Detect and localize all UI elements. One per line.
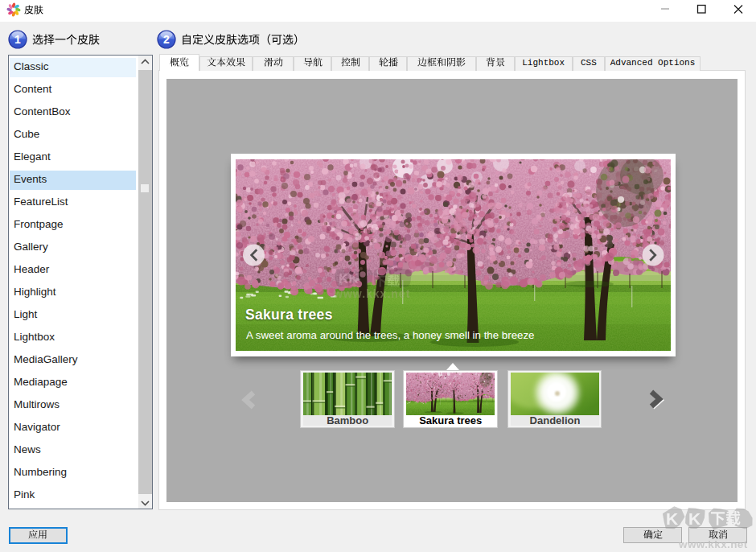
- svg-text:Sakura trees: Sakura trees: [245, 307, 333, 323]
- svg-text:2: 2: [163, 33, 170, 46]
- svg-text:K: K: [688, 509, 701, 528]
- svg-text:KK: KK: [339, 271, 359, 286]
- svg-text:www.kkx.net: www.kkx.net: [678, 538, 748, 550]
- svg-text:1: 1: [14, 33, 21, 46]
- svg-text:www.kkx.net: www.kkx.net: [333, 287, 410, 300]
- svg-text:A sweet aroma around the trees: A sweet aroma around the trees, a honey …: [246, 329, 534, 341]
- svg-text:K: K: [666, 509, 678, 528]
